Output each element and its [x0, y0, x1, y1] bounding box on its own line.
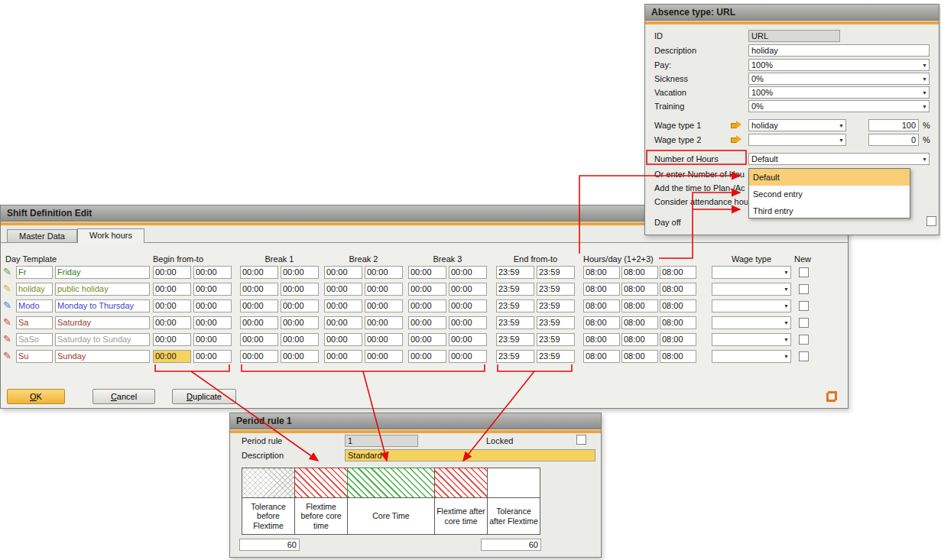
break1-field[interactable]: 00:00	[281, 283, 319, 296]
tolerance-before-field[interactable]: 60	[239, 539, 300, 551]
tab-master-data[interactable]: Master Data	[7, 229, 77, 243]
begin-field[interactable]: 00:00	[153, 299, 191, 312]
hours-field[interactable]: 08:00	[660, 350, 696, 363]
break3-field[interactable]: 00:00	[449, 266, 487, 279]
period-window-titlebar[interactable]: Period rule 1	[230, 413, 601, 429]
end-field[interactable]: 23:59	[496, 333, 534, 346]
break3-field[interactable]: 00:00	[449, 333, 487, 346]
day-name-field[interactable]: Monday to Thursday	[55, 299, 150, 312]
hours-field[interactable]: 08:00	[621, 333, 658, 346]
break1-field[interactable]: 00:00	[240, 266, 278, 279]
wage-type-select[interactable]: ▼	[712, 283, 791, 296]
break2-field[interactable]: 00:00	[324, 316, 362, 329]
begin-field[interactable]: 00:00	[193, 333, 232, 346]
break2-field[interactable]: 00:00	[365, 333, 403, 346]
wage-type-select[interactable]: ▼	[712, 266, 791, 279]
wage-type-select[interactable]: ▼	[712, 316, 791, 329]
day-code-field[interactable]: Fr	[16, 266, 53, 279]
day-code-field[interactable]: SaSo	[16, 333, 53, 346]
duplicate-button[interactable]: Duplicate	[172, 389, 236, 404]
tab-work-hours[interactable]: Work hours	[77, 228, 144, 243]
hours-field[interactable]: 08:00	[660, 283, 696, 296]
hours-field[interactable]: 08:00	[583, 283, 620, 296]
day-off-checkbox[interactable]	[926, 216, 936, 226]
form-resize-icon[interactable]	[826, 391, 837, 402]
break1-field[interactable]: 00:00	[240, 316, 278, 329]
day-name-field[interactable]: Sunday	[55, 350, 150, 363]
break2-field[interactable]: 00:00	[365, 299, 403, 312]
end-field[interactable]: 23:59	[496, 316, 534, 329]
break2-field[interactable]: 00:00	[324, 299, 362, 312]
new-checkbox[interactable]	[799, 301, 809, 311]
description-field[interactable]: Standard	[345, 449, 595, 461]
break3-field[interactable]: 00:00	[408, 350, 446, 363]
new-checkbox[interactable]	[799, 351, 809, 361]
hours-field[interactable]: 08:00	[660, 299, 696, 312]
hours-field[interactable]: 08:00	[660, 316, 696, 329]
hours-field[interactable]: 08:00	[583, 299, 620, 312]
absence-window-titlebar[interactable]: Absence type: URL	[645, 5, 939, 21]
end-field[interactable]: 23:59	[537, 316, 575, 329]
new-checkbox[interactable]	[799, 267, 809, 277]
hours-field[interactable]: 08:00	[583, 333, 620, 346]
break1-field[interactable]: 00:00	[281, 350, 319, 363]
break3-field[interactable]: 00:00	[449, 350, 487, 363]
dropdown-item-default[interactable]: Default	[749, 169, 910, 186]
break2-field[interactable]: 00:00	[365, 316, 403, 329]
break3-field[interactable]: 00:00	[449, 299, 487, 312]
wage-type-2-percent-field[interactable]: 0	[868, 134, 919, 146]
wage-type-select[interactable]: ▼	[712, 350, 791, 363]
new-checkbox[interactable]	[799, 318, 809, 328]
break2-field[interactable]: 00:00	[365, 266, 403, 279]
break1-field[interactable]: 00:00	[240, 350, 278, 363]
break2-field[interactable]: 00:00	[324, 350, 362, 363]
hours-field[interactable]: 08:00	[621, 316, 658, 329]
end-field[interactable]: 23:59	[496, 299, 534, 312]
break1-field[interactable]: 00:00	[240, 299, 278, 312]
day-code-field[interactable]: Sa	[16, 316, 53, 329]
locked-checkbox[interactable]	[576, 435, 586, 445]
break3-field[interactable]: 00:00	[408, 299, 446, 312]
wage-type-1-percent-field[interactable]: 100	[868, 119, 919, 131]
break3-field[interactable]: 00:00	[408, 266, 446, 279]
end-field[interactable]: 23:59	[537, 333, 575, 346]
hours-field[interactable]: 08:00	[583, 266, 620, 279]
dropdown-item-third-entry[interactable]: Third entry	[749, 202, 910, 219]
hours-field[interactable]: 08:00	[621, 283, 658, 296]
wage-type-select[interactable]: ▼	[712, 333, 791, 346]
begin-field[interactable]: 00:00	[193, 316, 232, 329]
link-arrow-icon[interactable]	[731, 121, 742, 129]
day-name-field[interactable]: Friday	[55, 266, 150, 279]
tolerance-after-field[interactable]: 60	[481, 539, 541, 551]
begin-field[interactable]: 00:00	[153, 350, 191, 363]
hours-field[interactable]: 08:00	[621, 266, 658, 279]
day-name-field[interactable]: public holiday	[55, 283, 150, 296]
break3-field[interactable]: 00:00	[408, 333, 446, 346]
dropdown-item-second-entry[interactable]: Second entry	[749, 186, 910, 202]
hours-field[interactable]: 08:00	[660, 266, 696, 279]
training-select[interactable]: 0% ▼	[748, 100, 930, 112]
hours-field[interactable]: 08:00	[621, 350, 658, 363]
wage-type-2-select[interactable]: ▼	[748, 134, 846, 146]
hours-field[interactable]: 08:00	[583, 316, 620, 329]
hours-field[interactable]: 08:00	[660, 333, 696, 346]
vacation-select[interactable]: 100% ▼	[748, 86, 930, 99]
day-name-field[interactable]: Saturday to Sunday	[55, 333, 150, 346]
begin-field[interactable]: 00:00	[153, 333, 191, 346]
break2-field[interactable]: 00:00	[324, 266, 362, 279]
begin-field[interactable]: 00:00	[193, 299, 232, 312]
break2-field[interactable]: 00:00	[324, 333, 362, 346]
description-field[interactable]: holiday	[748, 44, 930, 57]
end-field[interactable]: 23:59	[537, 350, 575, 363]
break1-field[interactable]: 00:00	[281, 333, 319, 346]
end-field[interactable]: 23:59	[496, 266, 534, 279]
break3-field[interactable]: 00:00	[408, 283, 446, 296]
begin-field[interactable]: 00:00	[153, 266, 191, 279]
new-checkbox[interactable]	[799, 335, 809, 345]
end-field[interactable]: 23:59	[496, 283, 534, 296]
break2-field[interactable]: 00:00	[324, 283, 362, 296]
begin-field[interactable]: 00:00	[193, 350, 232, 363]
break1-field[interactable]: 00:00	[240, 283, 278, 296]
end-field[interactable]: 23:59	[537, 266, 575, 279]
begin-field[interactable]: 00:00	[153, 316, 191, 329]
